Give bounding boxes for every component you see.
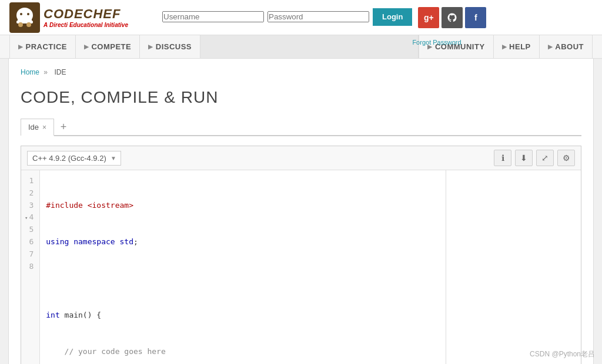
breadcrumb-home[interactable]: Home: [21, 68, 39, 76]
nav-about[interactable]: ▶ ABOUT: [540, 35, 593, 58]
social-icons: g+ f: [418, 7, 486, 28]
nav-discuss[interactable]: ▶ DISCUSS: [140, 35, 200, 58]
line-num-3: 3: [25, 200, 36, 212]
main-content: Home » IDE CODE, COMPILE & RUN Ide × + C…: [0, 59, 602, 364]
add-tab-button[interactable]: +: [55, 119, 72, 135]
toolbar-icons: ℹ ⬇ ⤢ ⚙: [494, 150, 575, 166]
info-icon: ℹ: [501, 153, 504, 163]
breadcrumb: Home » IDE: [21, 68, 581, 76]
settings-button[interactable]: ⚙: [557, 150, 575, 166]
output-panel: [446, 170, 581, 364]
svg-point-7: [27, 13, 29, 15]
line-num-2: 2: [25, 187, 36, 200]
page-title: CODE, COMPILE & RUN: [21, 88, 581, 107]
download-icon: ⬇: [520, 153, 527, 163]
ide-tab-close[interactable]: ×: [42, 123, 46, 132]
logo-tagline: A Directi Educational Initiative: [44, 22, 128, 28]
code-line-4: int main() {: [46, 309, 440, 322]
editor-toolbar: C++ 4.9.2 (Gcc-4.9.2) ℹ ⬇ ⤢ ⚙: [21, 146, 581, 170]
login-button[interactable]: Login: [373, 8, 412, 26]
code-editor: 1 2 3 ▾4 5 6 7 8 #include <iostream> usi…: [21, 170, 581, 364]
discuss-arrow: ▶: [148, 43, 153, 50]
breadcrumb-separator: »: [44, 68, 48, 76]
password-input[interactable]: [267, 11, 369, 22]
language-selector: C++ 4.9.2 (Gcc-4.9.2): [27, 151, 121, 166]
logo-text-area: CODECHEF A Directi Educational Initiativ…: [44, 6, 128, 28]
forgot-password-link[interactable]: Forgot Password: [412, 39, 461, 46]
github-icon: [447, 12, 457, 23]
language-dropdown[interactable]: C++ 4.9.2 (Gcc-4.9.2): [27, 151, 121, 166]
line-numbers: 1 2 3 ▾4 5 6 7 8: [21, 170, 40, 364]
line-num-8: 8: [25, 261, 36, 273]
code-line-3: [46, 272, 440, 285]
code-line-1: #include <iostream>: [46, 200, 440, 212]
download-button[interactable]: ⬇: [515, 150, 533, 166]
google-login-button[interactable]: g+: [418, 7, 439, 28]
line-num-6: 6: [25, 236, 36, 248]
svg-point-6: [20, 13, 22, 15]
nav-compete-label: COMPETE: [91, 42, 131, 51]
settings-icon: ⚙: [563, 153, 570, 163]
nav-practice-label: PRACTICE: [26, 42, 67, 51]
practice-arrow: ▶: [18, 43, 24, 50]
username-input[interactable]: [162, 11, 264, 22]
code-line-2: using namespace std;: [46, 236, 440, 248]
compete-arrow: ▶: [84, 43, 89, 50]
facebook-login-button[interactable]: f: [465, 7, 486, 28]
lang-select-wrap: C++ 4.9.2 (Gcc-4.9.2): [27, 151, 121, 166]
svg-point-5: [26, 22, 31, 27]
line-num-5: 5: [25, 224, 36, 236]
editor-container: C++ 4.9.2 (Gcc-4.9.2) ℹ ⬇ ⤢ ⚙: [21, 146, 581, 364]
nav-help[interactable]: ▶ HELP: [494, 35, 540, 58]
ide-tab-label: Ide: [28, 123, 39, 132]
ide-tab-main[interactable]: Ide ×: [21, 119, 54, 136]
watermark: CSDN @Python老吕: [530, 349, 595, 359]
main-nav: ▶ PRACTICE ▶ COMPETE ▶ DISCUSS ▶ COMMUNI…: [0, 35, 602, 59]
line-num-4: ▾4: [25, 211, 36, 224]
content-area: Home » IDE CODE, COMPILE & RUN Ide × + C…: [8, 59, 594, 364]
nav-help-label: HELP: [509, 42, 531, 51]
breadcrumb-current: IDE: [54, 68, 66, 76]
svg-point-4: [18, 22, 23, 27]
fullscreen-button[interactable]: ⤢: [536, 150, 554, 166]
nav-about-label: ABOUT: [555, 42, 584, 51]
ide-tabs: Ide × +: [21, 119, 581, 136]
help-arrow: ▶: [502, 43, 507, 50]
code-content[interactable]: #include <iostream> using namespace std;…: [40, 170, 446, 364]
github-login-button[interactable]: [442, 7, 463, 28]
info-button[interactable]: ℹ: [494, 150, 511, 166]
logo-area: CODECHEF A Directi Educational Initiativ…: [9, 2, 162, 33]
about-arrow: ▶: [548, 43, 553, 50]
nav-practice[interactable]: ▶ PRACTICE: [9, 35, 76, 58]
line-num-1: 1: [25, 175, 36, 187]
code-line-5: // your code goes here: [46, 346, 440, 358]
nav-compete[interactable]: ▶ COMPETE: [76, 35, 140, 58]
header: CODECHEF A Directi Educational Initiativ…: [0, 0, 602, 35]
logo-icon: [9, 2, 40, 33]
nav-discuss-label: DISCUSS: [156, 42, 192, 51]
login-form: Login Forgot Password: [162, 8, 412, 27]
login-row: Login: [162, 8, 412, 26]
fullscreen-icon: ⤢: [541, 153, 549, 163]
svg-rect-2: [18, 15, 32, 21]
line-num-7: 7: [25, 248, 36, 261]
logo-name: CODECHEF: [44, 6, 128, 22]
